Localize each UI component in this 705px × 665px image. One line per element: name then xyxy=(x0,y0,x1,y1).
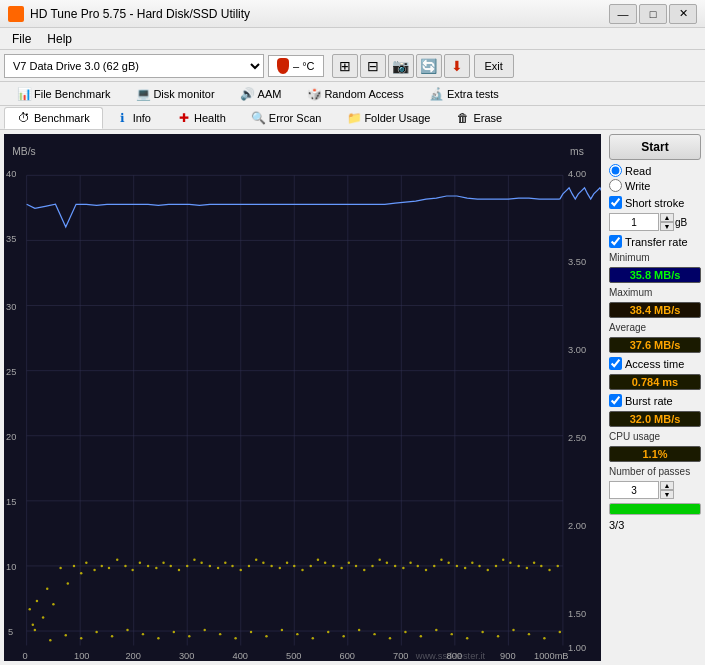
folder-usage-icon: 📁 xyxy=(347,111,361,125)
tab-aam[interactable]: 🔊 AAM xyxy=(228,83,295,105)
read-radio-label[interactable]: Read xyxy=(609,164,701,177)
svg-point-73 xyxy=(200,562,202,564)
svg-point-118 xyxy=(548,569,550,571)
svg-point-64 xyxy=(131,569,133,571)
cpu-usage-label: CPU usage xyxy=(609,431,701,442)
tab-extra-tests[interactable]: 🔬 Extra tests xyxy=(417,83,512,105)
minimize-button[interactable]: — xyxy=(609,4,637,24)
tab-benchmark[interactable]: ⏱ Benchmark xyxy=(4,107,103,129)
write-radio[interactable] xyxy=(609,179,622,192)
tab-erase[interactable]: 🗑 Erase xyxy=(443,107,515,129)
svg-point-137 xyxy=(296,633,298,635)
tab-row-2: ⏱ Benchmark ℹ Info ✚ Health 🔍 Error Scan… xyxy=(0,106,705,130)
svg-point-55 xyxy=(67,582,69,584)
svg-text:2.50: 2.50 xyxy=(568,433,586,443)
burst-rate-checkbox[interactable] xyxy=(609,394,622,407)
svg-text:1.50: 1.50 xyxy=(568,609,586,619)
svg-point-67 xyxy=(155,567,157,569)
chart-watermark: www.ssd-tester.it xyxy=(415,651,486,661)
svg-point-122 xyxy=(65,634,67,636)
svg-point-90 xyxy=(332,565,334,567)
short-stroke-up[interactable]: ▲ xyxy=(660,213,674,222)
transfer-rate-label[interactable]: Transfer rate xyxy=(609,235,701,248)
svg-point-140 xyxy=(342,635,344,637)
svg-point-108 xyxy=(471,562,473,564)
short-stroke-label[interactable]: Short stroke xyxy=(609,196,701,209)
read-write-group: Read Write xyxy=(609,164,701,192)
svg-text:700: 700 xyxy=(393,651,408,661)
svg-text:500: 500 xyxy=(286,651,301,661)
svg-text:15: 15 xyxy=(6,497,16,507)
tab-folder-usage[interactable]: 📁 Folder Usage xyxy=(334,107,443,129)
erase-icon: 🗑 xyxy=(456,111,470,125)
menu-file[interactable]: File xyxy=(4,30,39,48)
maximum-label: Maximum xyxy=(609,287,701,298)
svg-point-113 xyxy=(509,562,511,564)
access-time-text: Access time xyxy=(625,358,684,370)
svg-point-96 xyxy=(378,558,380,560)
svg-point-107 xyxy=(464,567,466,569)
tab-error-scan[interactable]: 🔍 Error Scan xyxy=(239,107,335,129)
svg-point-123 xyxy=(80,637,82,639)
svg-point-72 xyxy=(193,558,195,560)
svg-point-51 xyxy=(42,616,44,618)
tab-info-label: Info xyxy=(133,112,151,124)
tab-file-benchmark[interactable]: 📊 File Benchmark xyxy=(4,83,123,105)
toolbar-icon-5[interactable]: ⬇ xyxy=(444,54,470,78)
passes-down[interactable]: ▼ xyxy=(660,490,674,499)
svg-point-112 xyxy=(502,558,504,560)
main-content: MB/s ms 40 35 30 25 20 15 10 5 4.00 3.50… xyxy=(0,130,705,665)
write-radio-label[interactable]: Write xyxy=(609,179,701,192)
svg-point-85 xyxy=(293,565,295,567)
toolbar-icon-4[interactable]: 🔄 xyxy=(416,54,442,78)
short-stroke-checkbox[interactable] xyxy=(609,196,622,209)
svg-text:3.00: 3.00 xyxy=(568,345,586,355)
toolbar-icon-2[interactable]: ⊟ xyxy=(360,54,386,78)
svg-point-153 xyxy=(543,637,545,639)
passes-up[interactable]: ▲ xyxy=(660,481,674,490)
tab-health[interactable]: ✚ Health xyxy=(164,107,239,129)
number-of-passes-label: Number of passes xyxy=(609,466,701,477)
svg-point-49 xyxy=(32,624,34,626)
svg-point-100 xyxy=(409,562,411,564)
tab-random-access[interactable]: 🎲 Random Access xyxy=(294,83,416,105)
start-button[interactable]: Start xyxy=(609,134,701,160)
health-icon: ✚ xyxy=(177,111,191,125)
close-button[interactable]: ✕ xyxy=(669,4,697,24)
svg-text:MB/s: MB/s xyxy=(12,146,35,157)
svg-point-141 xyxy=(358,629,360,631)
menu-help[interactable]: Help xyxy=(39,30,80,48)
benchmark-icon: ⏱ xyxy=(17,111,31,125)
access-time-label[interactable]: Access time xyxy=(609,357,701,370)
maximize-button[interactable]: □ xyxy=(639,4,667,24)
passes-input[interactable] xyxy=(609,481,659,499)
passes-progress-row: 3/3 xyxy=(609,519,701,531)
short-stroke-input[interactable] xyxy=(609,213,659,231)
short-stroke-down[interactable]: ▼ xyxy=(660,222,674,231)
exit-button[interactable]: Exit xyxy=(474,54,514,78)
tab-info[interactable]: ℹ Info xyxy=(103,107,164,129)
svg-text:25: 25 xyxy=(6,367,16,377)
tab-disk-monitor[interactable]: 💻 Disk monitor xyxy=(123,83,227,105)
svg-point-56 xyxy=(73,565,75,567)
drive-selector[interactable]: V7 Data Drive 3.0 (62 gB) xyxy=(4,54,264,78)
disk-monitor-icon: 💻 xyxy=(136,87,150,101)
toolbar-icon-1[interactable]: ⊞ xyxy=(332,54,358,78)
burst-rate-label[interactable]: Burst rate xyxy=(609,394,701,407)
short-stroke-unit: gB xyxy=(675,217,687,228)
svg-point-111 xyxy=(495,565,497,567)
svg-point-145 xyxy=(420,635,422,637)
menu-bar: File Help xyxy=(0,28,705,50)
svg-text:30: 30 xyxy=(6,302,16,312)
read-radio[interactable] xyxy=(609,164,622,177)
title-bar: HD Tune Pro 5.75 - Hard Disk/SSD Utility… xyxy=(0,0,705,28)
tab-disk-monitor-label: Disk monitor xyxy=(153,88,214,100)
access-time-checkbox[interactable] xyxy=(609,357,622,370)
svg-point-132 xyxy=(219,633,221,635)
svg-point-130 xyxy=(188,635,190,637)
toolbar-icon-3[interactable]: 📷 xyxy=(388,54,414,78)
transfer-rate-checkbox[interactable] xyxy=(609,235,622,248)
svg-point-143 xyxy=(389,637,391,639)
svg-text:4.00: 4.00 xyxy=(568,169,586,179)
progress-bar-container xyxy=(609,503,701,515)
